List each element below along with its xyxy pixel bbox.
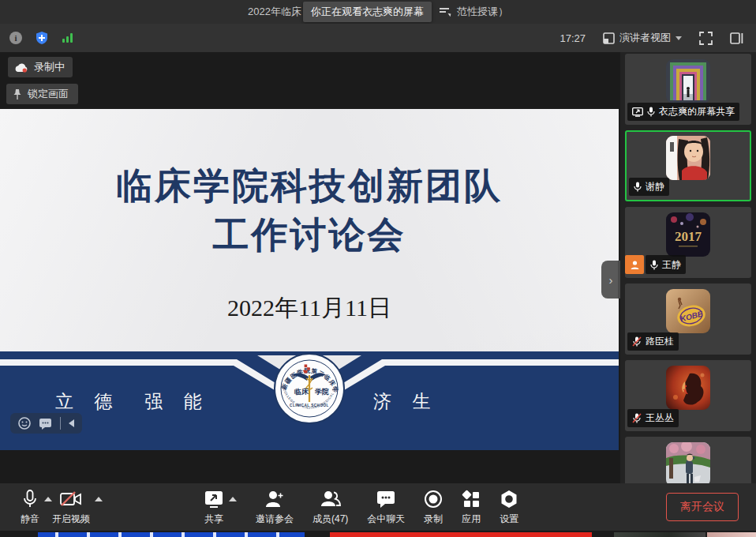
apps-grid-icon [462,490,481,509]
motto-jisheng: 济 生 [373,389,438,414]
info-icon[interactable]: i [9,32,22,44]
avatar [666,366,710,410]
lock-screen-label: 锁定画面 [28,87,69,101]
settings-icon [500,490,518,509]
presentation-slide: 临床学院科技创新团队 工作讨论会 2022年11月11日 立 德 强 能 济 生 [0,109,619,450]
record-button[interactable]: 录制 [424,489,443,526]
emoji-icon[interactable] [18,417,31,430]
chat-bubble-icon[interactable] [39,418,52,430]
participant-name: 王丛丛 [646,411,674,425]
seal-cn-left: 临床 [294,388,309,396]
chat-icon [376,490,396,509]
mic-on-icon [650,260,658,270]
seal-cn-right: 学院 [315,388,329,396]
invite-person-icon [264,490,285,509]
mic-muted-icon [632,413,642,423]
start-video-button[interactable]: 开启视频 [52,489,90,526]
side-panel-toggle-icon[interactable] [730,32,743,44]
person-icon [630,260,640,270]
slide-date: 2022年11月11日 [0,292,619,325]
background-window-pink [707,532,756,537]
nameplate: 谢静 [629,178,669,196]
meeting-title-right: 范性授课） [457,5,508,19]
chat-label: 会中聊天 [367,513,405,526]
pin-icon [13,88,22,100]
participant-name: 衣志爽的屏幕共享 [659,105,735,118]
motto-qiangneng: 强 能 [144,389,209,414]
participant-tile-wangjing[interactable]: 2017 王静 [625,207,751,278]
participant-tile-screenshare[interactable]: 衣志爽的屏幕共享 [625,54,751,125]
microphone-icon [23,490,37,509]
avatar [666,442,710,483]
screen-share-icon [632,107,643,117]
network-signal-icon[interactable] [62,32,74,43]
avatar [666,136,710,180]
participant-tile-xiejing[interactable]: 谢静 [625,130,751,201]
mute-button[interactable]: 静音 [21,489,39,526]
avatar: KOBE [666,289,710,333]
start-video-label: 开启视频 [52,513,90,526]
participant-tile-luchengui[interactable]: KOBE 路臣桂 [625,284,751,355]
watching-screen-tooltip: 你正在观看衣志爽的屏幕 [303,2,432,22]
background-windows-strip [0,531,756,537]
mic-on-icon [634,182,642,192]
mic-options-caret[interactable] [44,497,52,501]
security-shield-icon[interactable] [35,31,49,45]
members-label: 成员(47) [313,513,348,526]
participant-name: 谢静 [646,180,664,193]
recording-badge[interactable]: 录制中 [8,57,73,77]
dock-icon[interactable] [438,7,451,17]
clock: 17:27 [560,32,586,44]
lock-screen-button[interactable]: 锁定画面 [6,84,78,104]
view-mode-label: 演讲者视图 [619,31,671,45]
background-window-blue [38,532,305,537]
seal-en-label: CLINICAL SCHOOL [290,404,329,407]
view-mode-dropdown[interactable]: 演讲者视图 [603,31,682,45]
layout-icon [603,32,615,44]
sidebar-collapse-handle[interactable]: › [601,261,620,299]
motto-lide: 立 德 [55,389,120,414]
record-icon [424,490,443,509]
members-button[interactable]: 成员(47) [313,489,348,526]
mic-on-icon [647,107,655,117]
clinical-school-seal: 新疆医学院第二临床学院 COLLEGE OF XINJIANG MEDICAL … [274,353,345,424]
participant-name: 王静 [662,258,681,272]
mute-label: 静音 [21,513,39,526]
nameplate: 路臣桂 [627,332,679,351]
participant-name: 路臣桂 [646,335,674,348]
chat-button[interactable]: 会中聊天 [367,489,405,526]
nameplate: 衣志爽的屏幕共享 [627,103,739,121]
apps-label: 应用 [462,513,481,526]
window-title-bar: 2022年临床 你正在观看衣志爽的屏幕 范性授课） [0,0,756,24]
leave-meeting-button[interactable]: 离开会议 [666,493,739,521]
members-icon [320,490,342,509]
settings-button[interactable]: 设置 [500,489,518,526]
hand-raised-badge [625,255,644,274]
background-window-dark [614,532,705,537]
invite-button[interactable]: 邀请参会 [256,489,294,526]
meeting-toolbar: 静音 开启视频 共享 [0,483,756,531]
meeting-title-left: 2022年临床 [248,5,301,19]
camera-off-icon [59,490,83,509]
participant-tile-partial[interactable] [625,437,751,483]
settings-label: 设置 [500,513,518,526]
avatar: 2017 [666,212,710,257]
svg-text:2017: 2017 [675,229,702,244]
participant-tile-wangcongcong[interactable]: 王丛丛 [625,360,751,431]
meeting-status-bar: i 17:27 演讲者视图 [0,24,756,52]
chevron-down-icon [676,36,682,40]
collapse-left-icon[interactable] [69,419,74,427]
share-options-caret[interactable] [229,497,237,501]
mic-muted-icon [632,336,642,347]
reaction-mini-toolbar [10,413,82,434]
apps-button[interactable]: 应用 [462,489,481,526]
main-content: 录制中 锁定画面 临床学院科技创新团队 工作讨论会 2022年11月11日 [0,52,756,483]
share-screen-label: 共享 [204,513,223,526]
slide-footer-band: 立 德 强 能 济 生 新疆医学院第二临床学院 COLLEGE OF XINJI… [0,351,619,450]
fullscreen-icon[interactable] [699,32,713,45]
video-options-caret[interactable] [95,497,103,501]
share-screen-icon [204,490,224,509]
share-screen-button[interactable]: 共享 [204,489,224,526]
slide-title: 临床学院科技创新团队 工作讨论会 [0,161,619,259]
nameplate: 王丛丛 [627,409,679,427]
